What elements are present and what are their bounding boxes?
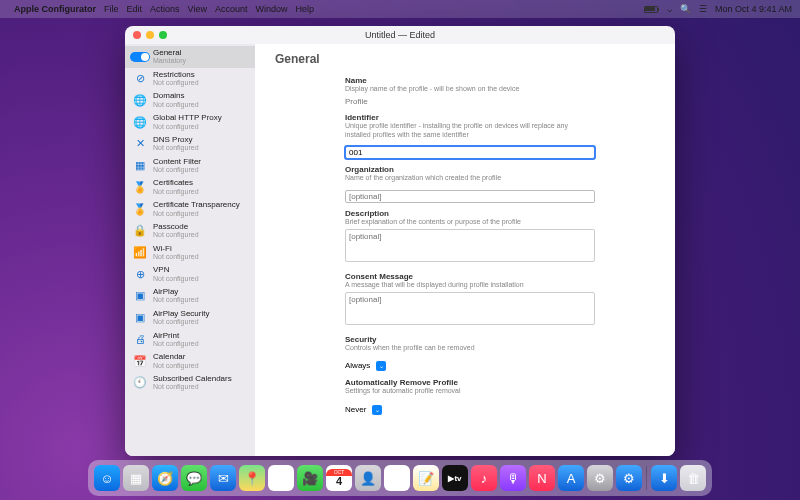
dock-music-icon[interactable]: ♪ [471,465,497,491]
sidebar-item-airprint[interactable]: 🖨AirPrintNot configured [125,329,255,351]
name-value[interactable]: Profile [345,96,595,107]
sidebar-item-sublabel: Not configured [153,318,209,325]
sidebar-item-passcode[interactable]: 🔒PasscodeNot configured [125,220,255,242]
dock-notes-icon[interactable]: 📝 [413,465,439,491]
menu-help[interactable]: Help [295,4,314,14]
menubar-app-name[interactable]: Apple Configurator [14,4,96,14]
auto-remove-select[interactable]: Never ⌄ [345,405,382,415]
menu-actions[interactable]: Actions [150,4,180,14]
menu-view[interactable]: View [188,4,207,14]
sidebar-item-airplay-security[interactable]: ▣AirPlay SecurityNot configured [125,307,255,329]
dock-launchpad-icon[interactable]: ▦ [123,465,149,491]
section-icon: ▦ [133,159,147,173]
battery-icon[interactable] [644,6,659,13]
sidebar-item-content-filter[interactable]: ▦Content FilterNot configured [125,155,255,177]
dock-contacts-icon[interactable]: 👤 [355,465,381,491]
field-label: Description [345,209,595,218]
window-title: Untitled — Edited [125,30,675,40]
sidebar-item-calendar[interactable]: 📅CalendarNot configured [125,350,255,372]
menu-account[interactable]: Account [215,4,248,14]
sidebar-item-wi-fi[interactable]: 📶Wi-FiNot configured [125,242,255,264]
dock-photos-icon[interactable]: ✿ [268,465,294,491]
section-icon: ▣ [133,311,147,325]
sidebar-item-label: Calendar [153,353,199,361]
dock-maps-icon[interactable]: 📍 [239,465,265,491]
section-icon: ✕ [133,137,147,151]
menu-edit[interactable]: Edit [127,4,143,14]
sidebar-item-restrictions[interactable]: ⊘RestrictionsNot configured [125,68,255,90]
sidebar-item-sublabel: Not configured [153,101,199,108]
sidebar-item-vpn[interactable]: ⊕VPNNot configured [125,263,255,285]
dock-podcasts-icon[interactable]: 🎙 [500,465,526,491]
dock-trash-icon[interactable]: 🗑 [680,465,706,491]
sidebar-item-sublabel: Not configured [153,253,199,260]
dock-separator [646,466,647,490]
app-window: Untitled — Edited GeneralMandatory⊘Restr… [125,26,675,456]
section-icon: 📅 [133,354,147,368]
sidebar-item-certificates[interactable]: 🏅CertificatesNot configured [125,176,255,198]
spotlight-icon[interactable]: 🔍 [680,4,691,14]
dock-finder-icon[interactable]: ☺ [94,465,120,491]
field-label: Organization [345,165,595,174]
menu-window[interactable]: Window [255,4,287,14]
sidebar-item-label: Domains [153,92,199,100]
sidebar-item-label: AirPlay [153,288,199,296]
sidebar-item-domains[interactable]: 🌐DomainsNot configured [125,89,255,111]
dock-messages-icon[interactable]: 💬 [181,465,207,491]
field-name: Name Display name of the profile - will … [345,76,595,107]
organization-input[interactable] [345,190,595,203]
sidebar-item-dns-proxy[interactable]: ✕DNS ProxyNot configured [125,133,255,155]
consent-input[interactable] [345,292,595,325]
menubar-clock[interactable]: Mon Oct 4 9:41 AM [715,4,792,14]
sidebar-item-label: Content Filter [153,158,201,166]
field-label: Security [345,335,595,344]
sidebar-item-sublabel: Not configured [153,362,199,369]
field-organization: Organization Name of the organization wh… [345,165,595,203]
sidebar-item-label: Global HTTP Proxy [153,114,222,122]
dock-preferences-icon[interactable]: ⚙ [587,465,613,491]
dock-safari-icon[interactable]: 🧭 [152,465,178,491]
field-description: Description Brief explanation of the con… [345,209,595,266]
field-label: Identifier [345,113,595,122]
field-security: Security Controls when the profile can b… [345,335,595,373]
identifier-input[interactable] [345,146,595,159]
section-icon: ⊕ [133,267,147,281]
sidebar-item-label: Restrictions [153,71,199,79]
sidebar-item-label: Subscribed Calendars [153,375,232,383]
titlebar: Untitled — Edited [125,26,675,44]
field-auto-remove: Automatically Remove Profile Settings fo… [345,378,595,416]
section-icon: 🖨 [133,332,147,346]
dock-tv-icon[interactable]: ▶tv [442,465,468,491]
dock-facetime-icon[interactable]: 🎥 [297,465,323,491]
sidebar-item-sublabel: Not configured [153,188,199,195]
sidebar-item-sublabel: Not configured [153,210,240,217]
sidebar-item-label: VPN [153,266,199,274]
section-icon: 🌐 [133,93,147,107]
sidebar-item-global-http-proxy[interactable]: 🌐Global HTTP ProxyNot configured [125,111,255,133]
sidebar-item-subscribed-calendars[interactable]: 🕙Subscribed CalendarsNot configured [125,372,255,394]
wifi-icon[interactable]: ⌵ [667,4,672,14]
field-identifier: Identifier Unique profile identifier - i… [345,113,595,160]
sidebar-item-sublabel: Not configured [153,144,199,151]
sidebar-item-airplay[interactable]: ▣AirPlayNot configured [125,285,255,307]
section-icon: 🏅 [133,202,147,216]
section-icon: 📶 [133,245,147,259]
sidebar-item-certificate-transparency[interactable]: 🏅Certificate TransparencyNot configured [125,198,255,220]
dock-news-icon[interactable]: N [529,465,555,491]
description-input[interactable] [345,229,595,262]
dock-reminders-icon[interactable]: ☰ [384,465,410,491]
dock-appstore-icon[interactable]: A [558,465,584,491]
dock-configurator-icon[interactable]: ⚙ [616,465,642,491]
dock-calendar-icon[interactable]: OCT4 [326,465,352,491]
field-description: Display name of the profile - will be sh… [345,85,595,94]
sidebar-item-sublabel: Not configured [153,296,199,303]
menu-file[interactable]: File [104,4,119,14]
control-center-icon[interactable]: ☰ [699,4,707,14]
sidebar-item-label: Certificates [153,179,199,187]
dock-downloads-icon[interactable]: ⬇ [651,465,677,491]
field-label: Automatically Remove Profile [345,378,595,387]
security-select[interactable]: Always ⌄ [345,361,386,371]
sidebar-item-general[interactable]: GeneralMandatory [125,46,255,68]
dock-mail-icon[interactable]: ✉ [210,465,236,491]
field-description: A message that will be displayed during … [345,281,595,290]
